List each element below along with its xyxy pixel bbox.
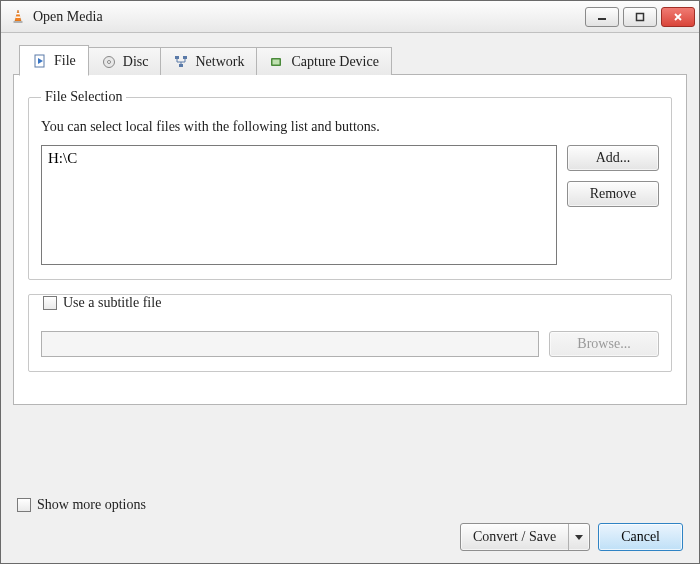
convert-save-dropdown[interactable] xyxy=(569,524,589,550)
tab-network[interactable]: Network xyxy=(160,47,257,75)
disc-icon xyxy=(101,54,117,70)
use-subtitle-label: Use a subtitle file xyxy=(63,295,161,311)
tab-disc[interactable]: Disc xyxy=(88,47,162,75)
browse-subtitle-button[interactable]: Browse... xyxy=(549,331,659,357)
svg-rect-10 xyxy=(175,56,179,59)
tab-capture-label: Capture Device xyxy=(291,54,378,70)
svg-rect-1 xyxy=(16,13,20,14)
svg-rect-3 xyxy=(14,21,23,23)
svg-rect-4 xyxy=(598,18,606,20)
tab-network-label: Network xyxy=(195,54,244,70)
cancel-button[interactable]: Cancel xyxy=(598,523,683,551)
svg-marker-15 xyxy=(575,535,583,540)
close-button[interactable] xyxy=(661,7,695,27)
convert-save-label: Convert / Save xyxy=(461,524,569,550)
capture-icon xyxy=(269,54,285,70)
show-more-checkbox[interactable] xyxy=(17,498,31,512)
convert-save-button[interactable]: Convert / Save xyxy=(460,523,590,551)
tab-file[interactable]: File xyxy=(19,45,89,76)
file-selection-legend: File Selection xyxy=(41,89,126,105)
svg-marker-0 xyxy=(15,10,21,21)
window-controls xyxy=(585,7,695,27)
network-icon xyxy=(173,54,189,70)
file-panel: File Selection You can select local file… xyxy=(13,75,687,405)
window-title: Open Media xyxy=(33,9,103,25)
svg-point-9 xyxy=(107,60,110,63)
minimize-button[interactable] xyxy=(585,7,619,27)
subtitle-path-field[interactable] xyxy=(41,331,539,357)
file-selection-hint: You can select local files with the foll… xyxy=(41,119,659,135)
tab-disc-label: Disc xyxy=(123,54,149,70)
file-selection-group: File Selection You can select local file… xyxy=(28,89,672,280)
maximize-button[interactable] xyxy=(623,7,657,27)
vlc-app-icon xyxy=(9,8,27,26)
footer: Show more options Convert / Save Cancel xyxy=(13,489,687,551)
file-icon xyxy=(32,53,48,69)
tab-capture[interactable]: Capture Device xyxy=(256,47,391,75)
titlebar: Open Media xyxy=(1,1,699,33)
subtitle-group: Use a subtitle file Browse... xyxy=(28,294,672,372)
svg-rect-5 xyxy=(637,13,644,20)
open-media-window: Open Media File xyxy=(0,0,700,564)
add-button[interactable]: Add... xyxy=(567,145,659,171)
svg-rect-11 xyxy=(183,56,187,59)
list-item[interactable]: H:\C xyxy=(48,150,550,167)
svg-rect-12 xyxy=(179,64,183,67)
client-area: File Disc Network xyxy=(1,33,699,563)
file-listbox[interactable]: H:\C xyxy=(41,145,557,265)
use-subtitle-checkbox[interactable] xyxy=(43,296,57,310)
svg-rect-2 xyxy=(15,16,20,17)
tabstrip: File Disc Network xyxy=(13,43,687,75)
svg-rect-14 xyxy=(273,59,280,64)
remove-button[interactable]: Remove xyxy=(567,181,659,207)
chevron-down-icon xyxy=(575,533,583,541)
tab-file-label: File xyxy=(54,53,76,69)
show-more-label: Show more options xyxy=(37,497,146,513)
